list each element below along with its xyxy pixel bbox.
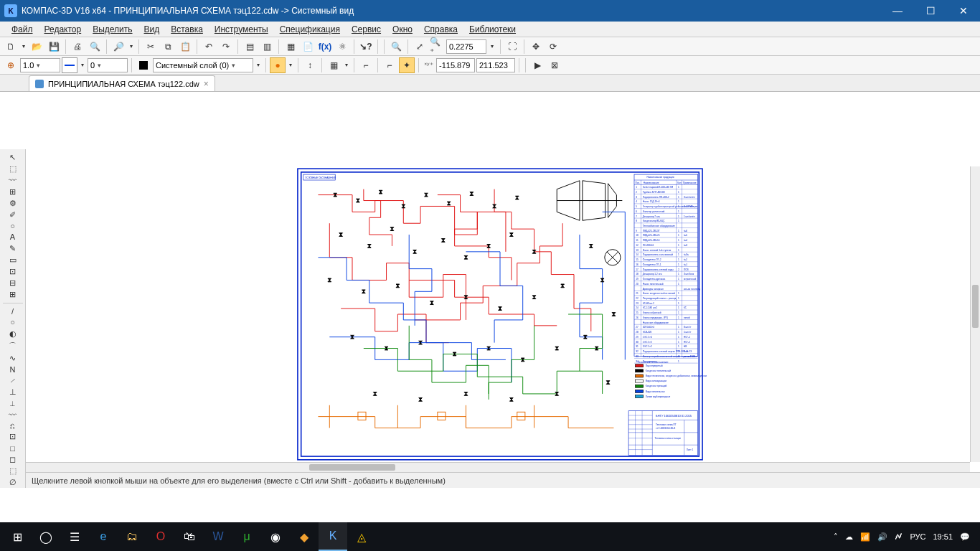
linetype-dropdown[interactable]: ▾	[79, 57, 86, 73]
tool-x-button[interactable]: ⊠	[547, 57, 562, 73]
menu-tools[interactable]: Инструменты	[209, 23, 274, 36]
doc-manager-button[interactable]: ▦	[283, 39, 298, 55]
left-tool-6[interactable]: ○	[4, 221, 22, 232]
tray-network-icon[interactable]: 📶	[860, 532, 870, 542]
task-word[interactable]: W	[204, 522, 232, 551]
task-chrome[interactable]: ◉	[261, 522, 290, 551]
paste-button[interactable]: 📋	[177, 39, 193, 55]
menu-service[interactable]: Сервис	[346, 23, 387, 36]
minimize-button[interactable]: —	[881, 0, 914, 22]
left-tool-20[interactable]: ⟋	[4, 375, 22, 386]
left-tool-16[interactable]: ◐	[4, 329, 22, 339]
left-tool-23[interactable]: 〰	[4, 409, 22, 420]
left-tool-22[interactable]: ⟂	[4, 398, 22, 409]
left-tool-0[interactable]: ↖	[4, 152, 22, 163]
task-search[interactable]: ◯	[32, 522, 60, 551]
tray-expand-icon[interactable]: ˄	[834, 532, 838, 542]
step-combo[interactable]: 0▾	[88, 58, 128, 72]
left-tool-25[interactable]: ⊡	[4, 431, 22, 442]
open-button[interactable]: 📂	[29, 39, 44, 55]
tray-battery-icon[interactable]: 🗲	[895, 532, 903, 541]
task-opera[interactable]: O	[146, 522, 175, 551]
snap-dropdown[interactable]: ▾	[287, 57, 294, 73]
menu-libs[interactable]: Библиотеки	[463, 23, 522, 36]
local-cs-button[interactable]: ⊕	[3, 57, 19, 73]
menu-spec[interactable]: Спецификация	[274, 23, 346, 36]
redo-button[interactable]: ↷	[218, 39, 234, 55]
task-app-2[interactable]: ◬	[347, 522, 376, 551]
left-tool-12[interactable]: ⊞	[4, 289, 22, 300]
vertical-scrollbar[interactable]	[970, 166, 980, 462]
document-tab[interactable]: ПРИНЦИПИАЛЬНАЯ СХЕМА тэц122.cdw ×	[29, 75, 215, 91]
play-button[interactable]: ▶	[529, 57, 545, 73]
menu-help[interactable]: Справка	[418, 23, 463, 36]
left-tool-7[interactable]: A	[4, 232, 22, 242]
left-tool-2[interactable]: 〰	[4, 175, 22, 186]
menu-file[interactable]: Файл	[6, 23, 39, 36]
document-tab-close[interactable]: ×	[204, 79, 209, 89]
zoom-dropdown[interactable]: ▾	[488, 39, 496, 55]
left-tool-24[interactable]: ⎌	[4, 420, 22, 431]
drawing-canvas[interactable]: УСЛОВНЫЕ ОБОЗНАЧЕНИЯ	[30, 166, 970, 462]
left-tool-27[interactable]: ◻	[4, 454, 22, 465]
task-utorrent[interactable]: μ	[232, 522, 261, 551]
start-button[interactable]: ⊞	[3, 522, 32, 551]
left-tool-10[interactable]: ⊡	[4, 266, 22, 277]
layer-dropdown[interactable]: ▾	[255, 57, 262, 73]
task-kompas[interactable]: K	[319, 522, 347, 551]
left-tool-15[interactable]: ○	[4, 317, 22, 328]
print-button[interactable]: 🖨	[70, 39, 85, 55]
find-button[interactable]: 🔎	[110, 39, 126, 55]
snap-active-button[interactable]: ✦	[399, 57, 415, 73]
left-tool-14[interactable]: /	[4, 306, 22, 316]
menu-view[interactable]: Вид	[138, 23, 166, 36]
tray-volume-icon[interactable]: 🔊	[877, 532, 887, 542]
save-button[interactable]: 💾	[46, 39, 62, 55]
variables-button[interactable]: f(x)	[317, 39, 333, 55]
left-tool-19[interactable]: N	[4, 364, 22, 375]
spec-button-2[interactable]: ▥	[259, 39, 275, 55]
layer-color-button[interactable]	[136, 57, 151, 73]
zoom-prev-button[interactable]: 🔍⁺	[429, 39, 445, 55]
coord-x-input[interactable]	[436, 58, 475, 72]
left-tool-8[interactable]: ✎	[4, 243, 22, 254]
task-app-1[interactable]: ◆	[290, 522, 319, 551]
round-button[interactable]: ⌐	[382, 57, 397, 73]
task-explorer[interactable]: 🗂	[118, 522, 146, 551]
grid-button[interactable]: ▦	[326, 57, 341, 73]
left-tool-21[interactable]: ⊥	[4, 387, 22, 397]
left-tool-1[interactable]: ⬚	[4, 164, 22, 174]
find-dropdown[interactable]: ▾	[128, 39, 135, 55]
ortho-button[interactable]: ⌐	[358, 57, 374, 73]
zoom-scale-button[interactable]: ⤢	[412, 39, 428, 55]
left-tool-4[interactable]: ⚙	[4, 198, 22, 209]
tray-onedrive-icon[interactable]: ☁	[845, 532, 853, 542]
coord-y-input[interactable]	[476, 58, 515, 72]
library-button[interactable]: ⚛	[334, 39, 350, 55]
menu-edit[interactable]: Редактор	[39, 23, 88, 36]
left-tool-18[interactable]: ∿	[4, 353, 22, 364]
linetype-preview[interactable]	[62, 57, 77, 73]
pan-button[interactable]: ✥	[528, 39, 544, 55]
dim-toggle[interactable]: ↕	[302, 57, 318, 73]
maximize-button[interactable]: ☐	[914, 0, 947, 22]
snap-toggle[interactable]: ●	[270, 57, 286, 73]
zoom-value-input[interactable]	[446, 39, 486, 54]
menu-select[interactable]: Выделить	[87, 23, 138, 36]
new-dropdown[interactable]: ▾	[20, 39, 27, 55]
task-store[interactable]: 🛍	[175, 522, 204, 551]
left-tool-11[interactable]: ⊟	[4, 278, 22, 288]
menu-window[interactable]: Окно	[387, 23, 418, 36]
undo-button[interactable]: ↶	[201, 39, 217, 55]
task-edge[interactable]: e	[89, 522, 118, 551]
task-view[interactable]: ☰	[60, 522, 89, 551]
zoom-window-button[interactable]: 🔍	[388, 39, 404, 55]
refresh-button[interactable]: ⟳	[545, 39, 561, 55]
left-tool-26[interactable]: □	[4, 443, 22, 453]
preview-button[interactable]: 🔍	[87, 39, 103, 55]
tray-notifications-icon[interactable]: 💬	[960, 532, 970, 542]
spec-button[interactable]: ▤	[242, 39, 258, 55]
layer-combo[interactable]: Системный слой (0)▾	[153, 58, 253, 72]
scale-combo[interactable]: 1.0▾	[20, 58, 60, 72]
tray-lang[interactable]: РУС	[910, 532, 925, 541]
